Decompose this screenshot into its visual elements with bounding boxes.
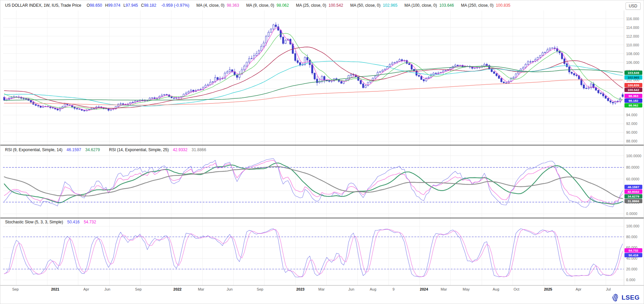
time-axis-label: 9: [393, 287, 395, 291]
rsi-value-4: 31.8866: [192, 147, 206, 152]
time-axis-label: Sep: [135, 287, 142, 291]
stoch-badge: 50.416: [625, 253, 642, 257]
rsi-badge: 42.9332: [625, 189, 642, 194]
ma-legend-item: MA (250, close, 0)100.835: [461, 3, 510, 8]
rsi-badge: 46.1597: [625, 185, 642, 189]
ohlc-l: L97.945: [123, 3, 138, 8]
time-axis-label: 2024: [420, 287, 428, 291]
time-axis-label: Aug: [370, 287, 376, 291]
time-axis-label: May: [462, 287, 470, 291]
ohlc-h: H99.074: [105, 3, 120, 8]
time-axis-label: Apr: [576, 287, 581, 291]
price-badge: 102.965: [625, 75, 642, 80]
moving-average-lines: [4, 28, 623, 110]
rsi-axis-label: 0.0000: [626, 212, 637, 216]
currency-selector-button[interactable]: USD: [626, 2, 641, 10]
rsi-label-2: RSI (14, Exponential, Simple, 25): [109, 147, 169, 152]
time-axis-label: 2023: [296, 287, 304, 291]
time-axis-label: 2021: [51, 287, 59, 291]
price-axis-label: 114.000: [626, 26, 639, 30]
ma-legend-item: MA (100, close, 0)103.646: [404, 3, 454, 8]
rsi-axis-label: 100.0000: [626, 154, 641, 158]
price-badge: 103.646: [625, 71, 642, 75]
stoch-axis-label: 0.000: [626, 278, 635, 282]
time-axis-label: Aug: [493, 287, 499, 291]
rsi-value-2: 34.6279: [85, 147, 100, 152]
stoch-axis-label: 100.000: [626, 224, 639, 228]
price-axis-label: 94.000: [626, 113, 637, 117]
price-axis-label: 110.000: [626, 43, 639, 47]
rsi-value-3: 42.9332: [173, 147, 187, 152]
time-axis-label: Jun: [348, 287, 354, 291]
rsi-indicator-header: RSI (9, Exponential, Simple, 14) 46.1597…: [5, 147, 206, 152]
time-axis-label: Mar: [441, 287, 447, 291]
rsi-badge: 34.6279: [625, 194, 642, 199]
ma-legend-item: MA (4, close, 0)98.363: [196, 3, 239, 8]
time-axis-label: Jun: [227, 287, 233, 291]
stoch-value-1: 50.416: [67, 220, 80, 224]
lseg-logo: LSEG: [611, 293, 640, 302]
price-axis-label: 106.000: [626, 60, 639, 64]
rsi-badge: 31.8866: [625, 199, 642, 203]
time-axis-label: Mar: [318, 287, 325, 291]
price-axis-label: 112.000: [626, 34, 639, 38]
stoch-badge: 54.732: [625, 248, 642, 253]
chart-canvas[interactable]: [0, 0, 644, 304]
stoch-label: Stochastic Slow (5, 3, 3, Simple): [5, 220, 63, 224]
ma-legend-item: MA (9, close, 0)98.062: [246, 3, 289, 8]
time-axis-label: 2025: [544, 287, 552, 291]
price-badge: 100.542: [625, 88, 642, 92]
price-badge: 98.363: [625, 94, 642, 98]
ohlc-values: O98.650H99.074L97.945C98.182-0.959 (-0.9…: [87, 3, 190, 8]
stoch-axis-label: 20.000: [626, 267, 637, 271]
price-axis-label: 116.000: [626, 17, 639, 21]
stochastic-indicator-header: Stochastic Slow (5, 3, 3, Simple) 50.416…: [5, 220, 96, 224]
change-value: -0.959 (-0.97%): [161, 3, 189, 8]
ohlc-o: O98.650: [87, 3, 102, 8]
ohlc-c: C98.182: [141, 3, 156, 8]
lseg-crest-icon: [611, 293, 620, 302]
instrument-title: US DOLLAR INDEX, 1W, IUS, Trade Price: [5, 3, 81, 8]
time-axis-label: Sep: [12, 287, 19, 291]
time-axis-label: 2022: [173, 287, 182, 291]
rsi-panel-series: [3, 159, 624, 207]
stoch-value-2: 54.732: [84, 220, 96, 224]
trading-chart-app: US DOLLAR INDEX, 1W, IUS, Trade Price O9…: [0, 0, 644, 304]
rsi-label-1: RSI (9, Exponential, Simple, 14): [5, 147, 63, 152]
price-badge: 98.062: [625, 103, 642, 107]
price-axis-label: 90.000: [626, 130, 637, 134]
ma-legend-item: MA (25, close, 0)100.542: [296, 3, 343, 8]
rsi-axis-label: 80.0000: [626, 165, 639, 169]
price-axis-label: 88.000: [626, 139, 637, 143]
time-axis-label: Oct: [514, 287, 519, 291]
price-badge: 100.835: [625, 83, 642, 87]
ma-legend: MA (4, close, 0)98.363MA (9, close, 0)98…: [189, 3, 510, 8]
ma-legend-item: MA (50, close, 0)102.965: [350, 3, 397, 8]
time-axis-label: Mar: [198, 287, 204, 291]
price-axis-label: 92.000: [626, 122, 637, 126]
price-axis-label: 108.000: [626, 52, 639, 56]
time-axis-label: Sep: [257, 287, 264, 291]
lseg-logo-text: LSEG: [621, 294, 640, 301]
time-axis-label: Jun: [104, 287, 110, 291]
time-axis-label: Jul: [606, 287, 611, 291]
stoch-axis-label: 80.000: [626, 235, 637, 239]
price-badge: 98.182: [625, 98, 642, 103]
rsi-value-1: 46.1597: [67, 147, 81, 152]
chart-header: US DOLLAR INDEX, 1W, IUS, Trade Price O9…: [0, 0, 622, 10]
rsi-axis-label: 60.0000: [626, 177, 639, 181]
time-axis-label: Apr: [83, 287, 89, 291]
stoch-panel-series: [3, 229, 624, 277]
